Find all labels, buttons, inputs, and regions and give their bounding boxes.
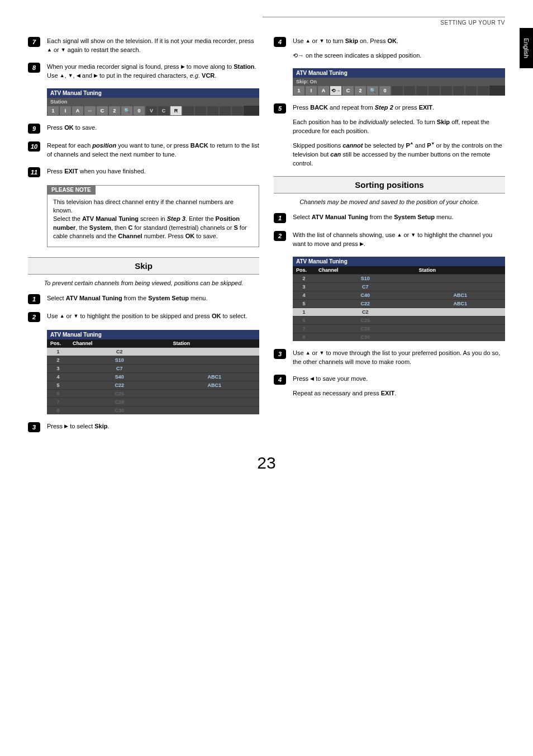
text: Use	[293, 37, 306, 44]
text: .	[215, 72, 216, 79]
osd-cell: C	[158, 106, 170, 116]
text: EXIT	[381, 390, 394, 396]
pos-cell: 4	[47, 372, 69, 381]
note-title: PLEASE NOTE	[47, 185, 96, 195]
osd-skip-on: ATV Manual Tuning Skip: On 1IA⟲→C2🔍0	[293, 68, 505, 96]
text: to save your move.	[314, 375, 368, 382]
channel-cell: C30	[69, 406, 169, 414]
channel-cell: C7	[69, 364, 169, 372]
text: System	[89, 224, 111, 231]
osd-cell: A	[72, 106, 84, 116]
step-text: Press OK to save.	[47, 124, 259, 133]
channel-cell: C30	[315, 333, 415, 341]
text: EXIT	[64, 168, 78, 174]
osd-row: 1IA⟲→C2🔍0	[293, 86, 505, 96]
section-skip-title: Skip	[28, 257, 259, 275]
osd-cell	[231, 106, 244, 116]
text: to move along to	[185, 63, 234, 70]
note-body: This television has direct channel entry…	[47, 195, 259, 247]
table-row: 1C2	[293, 308, 505, 316]
osd-station: ATV Manual Tuning Station 1IA↔C2🔍0VCR	[47, 88, 259, 116]
text: ATV Manual Tuning	[82, 215, 139, 222]
table-row: 7C28	[47, 398, 259, 406]
osd-cell	[416, 86, 428, 96]
pos-cell: 1	[47, 347, 69, 356]
channel-cell: S10	[315, 274, 415, 282]
text: you want to tune, or press	[116, 142, 191, 149]
text: Press	[47, 168, 64, 174]
step-number: 9	[28, 124, 40, 134]
osd-cell	[403, 86, 416, 96]
osd-cell: V	[145, 106, 158, 116]
text: This television has direct channel entry…	[53, 198, 253, 215]
text: when you have finished.	[78, 168, 146, 174]
station-cell	[415, 316, 505, 324]
table-row: 4S40ABC1	[47, 372, 259, 381]
pos-cell: 2	[47, 356, 69, 364]
channel-cell: C22	[315, 299, 415, 308]
text: or press	[393, 104, 419, 111]
channel-cell: C22	[69, 381, 169, 389]
p-down-icon: P˅	[427, 142, 434, 149]
text: from the	[368, 214, 394, 220]
osd-skip-table: ATV Manual Tuning Pos.ChannelStation1C22…	[47, 330, 259, 414]
text: Step 2	[375, 104, 393, 111]
text: .	[394, 390, 396, 396]
text: to save.	[194, 233, 218, 239]
step-number: 1	[28, 294, 40, 304]
pos-cell: 1	[293, 308, 315, 316]
text: individually	[358, 119, 388, 125]
text: or	[311, 37, 320, 44]
osd-cell: I	[59, 106, 72, 116]
text: Select	[293, 214, 312, 220]
text: OK	[387, 37, 397, 44]
step-number: 8	[28, 63, 40, 73]
channel-cell: C7	[315, 282, 415, 291]
osd-col-header: Channel	[69, 339, 169, 348]
step-text: Use ▲ or ▼ to turn Skip on. Press OK. ⟲→…	[293, 37, 505, 60]
skip-step-3: 3 Press ▶ to select Skip.	[28, 422, 259, 432]
step-text: Press EXIT when you have finished.	[47, 167, 259, 176]
down-icon: ▼	[411, 231, 416, 239]
osd-cell: 2	[354, 86, 367, 96]
pos-cell: 6	[293, 316, 315, 324]
osd-cell	[182, 106, 194, 116]
text: BACK	[310, 104, 328, 111]
note-line2: Select the ATV Manual Tuning screen in S…	[53, 215, 253, 240]
page: SETTING UP YOUR TV 7 Each signal will sh…	[0, 0, 533, 484]
text: on the screen indicates a skipped positi…	[304, 52, 421, 59]
step-text: Use ▲ or ▼ to move through the list to y…	[293, 349, 505, 367]
channel-cell: S40	[69, 372, 169, 381]
station-cell: ABC1	[415, 299, 505, 308]
right-column: 4 Use ▲ or ▼ to turn Skip on. Press OK. …	[274, 37, 505, 440]
step-number: 10	[28, 141, 40, 152]
channel-cell: C28	[69, 398, 169, 406]
osd-cell: A	[317, 86, 330, 96]
skip-step-1: 1 Select ATV Manual Tuning from the Syst…	[28, 294, 259, 304]
step-number: 7	[28, 37, 40, 47]
osd-cell	[428, 86, 440, 96]
osd-cell: 1	[293, 86, 305, 96]
station-cell	[415, 282, 505, 291]
text: ATV Manual Tuning	[312, 214, 368, 220]
text: With the list of channels showing, use	[293, 231, 397, 238]
skip-step-2: 2 Use ▲ or ▼ to highlight the position t…	[28, 312, 259, 322]
text: Each signal will show on the television.…	[47, 37, 254, 44]
table-row: 6C25	[293, 316, 505, 324]
skip-mark-icon: ⟲→	[293, 52, 304, 59]
osd-cell	[453, 86, 465, 96]
step-text: Press BACK and repeat from Step 2 or pre…	[293, 103, 505, 168]
text: System Setup	[148, 295, 189, 301]
text: BACK	[191, 142, 208, 149]
up-icon: ▲	[306, 349, 311, 357]
text: to select.	[221, 313, 247, 319]
text: EXIT	[419, 104, 432, 111]
text: OK	[185, 233, 195, 239]
table-row: 2S10	[293, 274, 505, 282]
right-icon: ▶	[181, 63, 185, 70]
sort-step-3: 3 Use ▲ or ▼ to move through the list to…	[274, 349, 505, 367]
osd-cell: I	[305, 86, 317, 96]
osd-cell: 2	[108, 106, 121, 116]
osd-col-header: Pos.	[293, 266, 315, 275]
station-cell	[415, 333, 505, 341]
